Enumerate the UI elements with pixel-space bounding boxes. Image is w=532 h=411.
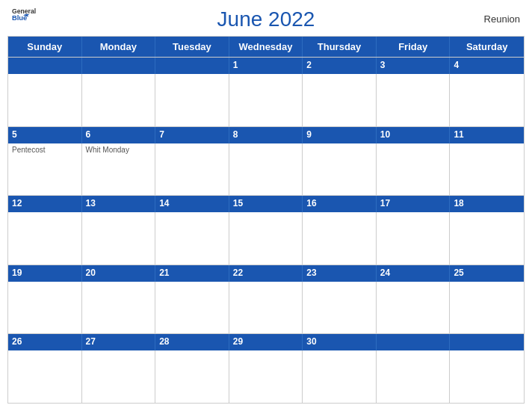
date-num-w3-d4: 15 [229, 196, 303, 212]
date-num-w4-d7: 25 [450, 265, 524, 282]
header-saturday: Saturday [450, 37, 524, 57]
header-tuesday: Tuesday [155, 37, 229, 57]
week-group-2: 567891011PentecostWhit Monday [8, 126, 524, 196]
date-num-w2-d1: 5 [8, 127, 82, 143]
week-numbers-row-5: 2627282930 [8, 334, 524, 350]
date-num-w4-d4: 22 [229, 265, 303, 282]
header-wednesday: Wednesday [229, 37, 303, 57]
week-numbers-row-1: 1234 [8, 58, 524, 74]
date-num-w5-d1: 26 [8, 334, 82, 350]
date-content-w2-d3 [155, 143, 229, 196]
date-num-w1-d6: 3 [377, 58, 451, 74]
date-content-w1-d2 [82, 74, 156, 126]
date-num-w3-d7: 18 [450, 196, 524, 212]
date-content-w3-d4 [229, 212, 303, 265]
week-content-row-4 [8, 282, 524, 334]
logo: General Blue [12, 6, 39, 27]
date-num-w1-d5: 2 [303, 58, 377, 74]
calendar-title: June 2022 [217, 7, 315, 31]
calendar-grid: Sunday Monday Tuesday Wednesday Thursday… [7, 36, 525, 404]
date-num-w2-d6: 10 [377, 127, 451, 143]
date-num-w3-d5: 16 [303, 196, 377, 212]
date-content-w3-d3 [155, 212, 229, 265]
date-content-w4-d2 [82, 282, 156, 334]
date-num-w4-d3: 21 [155, 265, 229, 282]
date-num-w4-d6: 24 [377, 265, 451, 282]
week-content-row-5 [8, 350, 524, 403]
calendar-body: 1234567891011PentecostWhit Monday1213141… [8, 57, 524, 403]
date-num-w5-d3: 28 [155, 334, 229, 350]
holiday-label: Pentecost [12, 146, 78, 154]
date-content-w5-d3 [155, 350, 229, 403]
date-content-w5-d4 [229, 350, 303, 403]
date-content-w4-d1 [8, 282, 82, 334]
week-group-3: 12131415161718 [8, 195, 524, 265]
date-num-w1-d7: 4 [450, 58, 524, 74]
date-num-w5-d2: 27 [82, 334, 156, 350]
week-numbers-row-4: 19202122232425 [8, 265, 524, 282]
week-content-row-1 [8, 74, 524, 126]
week-group-5: 2627282930 [8, 333, 524, 403]
date-content-w3-d6 [377, 212, 451, 265]
date-num-w3-d3: 14 [155, 196, 229, 212]
week-content-row-2: PentecostWhit Monday [8, 143, 524, 196]
date-num-w5-d6 [377, 334, 451, 350]
week-numbers-row-3: 12131415161718 [8, 196, 524, 212]
header: General Blue June 2022 Reunion [0, 0, 532, 36]
date-content-w1-d6 [377, 74, 451, 126]
date-content-w1-d1 [8, 74, 82, 126]
date-num-w2-d2: 6 [82, 127, 156, 143]
date-content-w1-d4 [229, 74, 303, 126]
date-content-w4-d5 [303, 282, 377, 334]
date-content-w5-d6 [377, 350, 451, 403]
date-num-w3-d6: 17 [377, 196, 451, 212]
date-content-w2-d6 [377, 143, 451, 196]
date-content-w2-d4 [229, 143, 303, 196]
date-num-w1-d4: 1 [229, 58, 303, 74]
header-sunday: Sunday [8, 37, 82, 57]
date-content-w4-d4 [229, 282, 303, 334]
week-content-row-3 [8, 212, 524, 265]
date-num-w5-d7 [450, 334, 524, 350]
date-num-w4-d5: 23 [303, 265, 377, 282]
date-num-w1-d2 [82, 58, 156, 74]
date-content-w2-d2: Whit Monday [82, 143, 156, 196]
date-content-w1-d7 [450, 74, 524, 126]
date-content-w3-d7 [450, 212, 524, 265]
weekday-header-row: Sunday Monday Tuesday Wednesday Thursday… [8, 37, 524, 57]
date-num-w5-d5: 30 [303, 334, 377, 350]
header-monday: Monday [82, 37, 156, 57]
date-num-w3-d1: 12 [8, 196, 82, 212]
region-label: Reunion [484, 13, 520, 25]
date-content-w5-d7 [450, 350, 524, 403]
date-num-w2-d3: 7 [155, 127, 229, 143]
week-group-4: 19202122232425 [8, 265, 524, 334]
calendar-page: General Blue June 2022 Reunion Sunday Mo… [0, 0, 532, 411]
date-content-w2-d1: Pentecost [8, 143, 82, 196]
date-num-w2-d7: 11 [450, 127, 524, 143]
date-content-w3-d5 [303, 212, 377, 265]
date-content-w5-d2 [82, 350, 156, 403]
date-content-w1-d3 [155, 74, 229, 126]
header-friday: Friday [377, 37, 451, 57]
date-num-w1-d3 [155, 58, 229, 74]
date-num-w4-d1: 19 [8, 265, 82, 282]
holiday-label: Whit Monday [86, 146, 152, 154]
date-num-w2-d4: 8 [229, 127, 303, 143]
date-content-w2-d7 [450, 143, 524, 196]
date-content-w1-d5 [303, 74, 377, 126]
date-content-w4-d6 [377, 282, 451, 334]
date-num-w1-d1 [8, 58, 82, 74]
date-content-w5-d1 [8, 350, 82, 403]
date-content-w2-d5 [303, 143, 377, 196]
date-content-w4-d7 [450, 282, 524, 334]
week-numbers-row-2: 567891011 [8, 127, 524, 143]
date-content-w5-d5 [303, 350, 377, 403]
date-num-w5-d4: 29 [229, 334, 303, 350]
date-content-w3-d2 [82, 212, 156, 265]
week-group-1: 1234 [8, 57, 524, 126]
header-thursday: Thursday [303, 37, 377, 57]
date-content-w4-d3 [155, 282, 229, 334]
date-num-w2-d5: 9 [303, 127, 377, 143]
date-num-w3-d2: 13 [82, 196, 156, 212]
